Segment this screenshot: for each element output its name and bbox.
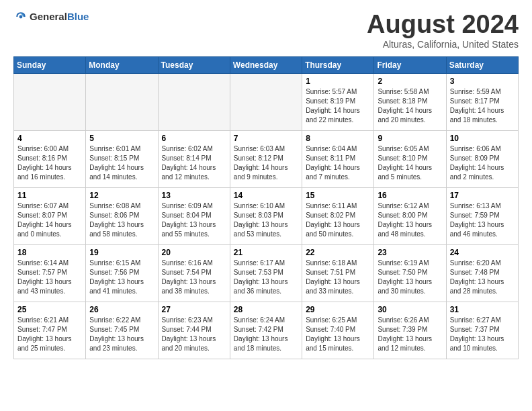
day-number: 3 [450, 77, 515, 86]
weekday-tuesday: Tuesday [158, 56, 230, 73]
calendar-cell: 22Sunrise: 6:18 AM Sunset: 7:51 PM Dayli… [302, 244, 374, 302]
weekday-monday: Monday [86, 56, 158, 73]
logo-general: General [30, 11, 67, 22]
day-info: Sunrise: 6:16 AM Sunset: 7:54 PM Dayligh… [162, 259, 226, 296]
day-number: 30 [378, 305, 442, 314]
day-info: Sunrise: 6:01 AM Sunset: 8:15 PM Dayligh… [89, 144, 154, 182]
svg-point-0 [19, 15, 23, 19]
day-number: 16 [378, 191, 442, 200]
day-number: 6 [162, 134, 226, 143]
day-info: Sunrise: 6:10 AM Sunset: 8:03 PM Dayligh… [234, 201, 298, 239]
day-number: 17 [450, 191, 515, 200]
day-info: Sunrise: 6:18 AM Sunset: 7:51 PM Dayligh… [306, 259, 370, 296]
day-info: Sunrise: 6:17 AM Sunset: 7:53 PM Dayligh… [234, 259, 298, 296]
calendar-cell: 29Sunrise: 6:25 AM Sunset: 7:40 PM Dayli… [302, 302, 374, 359]
header: GeneralBlue August 2024 Alturas, Califor… [13, 11, 519, 50]
calendar-cell: 7Sunrise: 6:03 AM Sunset: 8:12 PM Daylig… [230, 130, 302, 187]
calendar-cell [158, 73, 230, 130]
calendar-cell: 14Sunrise: 6:10 AM Sunset: 8:03 PM Dayli… [230, 187, 302, 244]
day-number: 13 [162, 191, 226, 200]
calendar-cell: 17Sunrise: 6:13 AM Sunset: 7:59 PM Dayli… [446, 187, 518, 244]
calendar-cell: 18Sunrise: 6:14 AM Sunset: 7:57 PM Dayli… [14, 244, 86, 302]
day-number: 20 [162, 248, 226, 257]
weekday-thursday: Thursday [302, 56, 374, 73]
calendar-cell: 21Sunrise: 6:17 AM Sunset: 7:53 PM Dayli… [230, 244, 302, 302]
day-number: 9 [378, 134, 442, 143]
calendar-cell: 27Sunrise: 6:23 AM Sunset: 7:44 PM Dayli… [158, 302, 230, 359]
day-info: Sunrise: 6:22 AM Sunset: 7:45 PM Dayligh… [89, 316, 154, 353]
day-info: Sunrise: 6:14 AM Sunset: 7:57 PM Dayligh… [17, 259, 82, 296]
day-number: 8 [306, 134, 370, 143]
weekday-friday: Friday [374, 56, 446, 73]
day-info: Sunrise: 6:02 AM Sunset: 8:14 PM Dayligh… [162, 144, 226, 182]
day-number: 1 [306, 77, 370, 86]
day-info: Sunrise: 6:19 AM Sunset: 7:50 PM Dayligh… [378, 259, 442, 296]
calendar-cell: 30Sunrise: 6:26 AM Sunset: 7:39 PM Dayli… [374, 302, 446, 359]
logo-icon [15, 11, 27, 23]
day-number: 5 [89, 134, 154, 143]
calendar-cell: 20Sunrise: 6:16 AM Sunset: 7:54 PM Dayli… [158, 244, 230, 302]
weekday-saturday: Saturday [446, 56, 518, 73]
day-number: 28 [234, 305, 298, 314]
month-title: August 2024 [367, 11, 519, 39]
day-number: 2 [378, 77, 442, 86]
calendar-cell: 31Sunrise: 6:27 AM Sunset: 7:37 PM Dayli… [446, 302, 518, 359]
day-number: 29 [306, 305, 370, 314]
day-number: 23 [378, 248, 442, 257]
week-row-3: 18Sunrise: 6:14 AM Sunset: 7:57 PM Dayli… [14, 244, 519, 302]
day-number: 14 [234, 191, 298, 200]
day-info: Sunrise: 5:59 AM Sunset: 8:17 PM Dayligh… [450, 87, 515, 125]
title-area: August 2024 Alturas, California, United … [367, 11, 519, 50]
day-number: 22 [306, 248, 370, 257]
day-number: 11 [17, 191, 82, 200]
calendar-cell: 15Sunrise: 6:11 AM Sunset: 8:02 PM Dayli… [302, 187, 374, 244]
calendar-cell: 24Sunrise: 6:20 AM Sunset: 7:48 PM Dayli… [446, 244, 518, 302]
day-info: Sunrise: 6:13 AM Sunset: 7:59 PM Dayligh… [450, 201, 515, 239]
day-info: Sunrise: 6:11 AM Sunset: 8:02 PM Dayligh… [306, 201, 370, 239]
week-row-2: 11Sunrise: 6:07 AM Sunset: 8:07 PM Dayli… [14, 187, 519, 244]
calendar-cell: 16Sunrise: 6:12 AM Sunset: 8:00 PM Dayli… [374, 187, 446, 244]
calendar-cell [230, 73, 302, 130]
day-info: Sunrise: 6:20 AM Sunset: 7:48 PM Dayligh… [450, 259, 515, 296]
day-number: 31 [450, 305, 515, 314]
calendar-cell: 5Sunrise: 6:01 AM Sunset: 8:15 PM Daylig… [86, 130, 158, 187]
day-number: 27 [162, 305, 226, 314]
day-info: Sunrise: 6:21 AM Sunset: 7:47 PM Dayligh… [17, 316, 82, 353]
logo: GeneralBlue [13, 11, 89, 23]
day-info: Sunrise: 6:03 AM Sunset: 8:12 PM Dayligh… [234, 144, 298, 182]
day-number: 18 [17, 248, 82, 257]
day-info: Sunrise: 6:26 AM Sunset: 7:39 PM Dayligh… [378, 316, 442, 353]
calendar-cell: 8Sunrise: 6:04 AM Sunset: 8:11 PM Daylig… [302, 130, 374, 187]
calendar-cell: 4Sunrise: 6:00 AM Sunset: 8:16 PM Daylig… [14, 130, 86, 187]
week-row-1: 4Sunrise: 6:00 AM Sunset: 8:16 PM Daylig… [14, 130, 519, 187]
calendar-cell: 3Sunrise: 5:59 AM Sunset: 8:17 PM Daylig… [446, 73, 518, 130]
day-number: 26 [89, 305, 154, 314]
weekday-header-row: SundayMondayTuesdayWednesdayThursdayFrid… [14, 56, 519, 73]
day-info: Sunrise: 6:23 AM Sunset: 7:44 PM Dayligh… [162, 316, 226, 353]
weekday-wednesday: Wednesday [230, 56, 302, 73]
day-info: Sunrise: 6:08 AM Sunset: 8:06 PM Dayligh… [89, 201, 154, 239]
calendar-cell: 1Sunrise: 5:57 AM Sunset: 8:19 PM Daylig… [302, 73, 374, 130]
day-info: Sunrise: 6:15 AM Sunset: 7:56 PM Dayligh… [89, 259, 154, 296]
day-info: Sunrise: 5:58 AM Sunset: 8:18 PM Dayligh… [378, 87, 442, 125]
day-number: 19 [89, 248, 154, 257]
day-number: 12 [89, 191, 154, 200]
calendar-cell: 6Sunrise: 6:02 AM Sunset: 8:14 PM Daylig… [158, 130, 230, 187]
day-info: Sunrise: 6:00 AM Sunset: 8:16 PM Dayligh… [17, 144, 82, 182]
calendar-cell: 26Sunrise: 6:22 AM Sunset: 7:45 PM Dayli… [86, 302, 158, 359]
day-info: Sunrise: 6:27 AM Sunset: 7:37 PM Dayligh… [450, 316, 515, 353]
calendar-cell: 10Sunrise: 6:06 AM Sunset: 8:09 PM Dayli… [446, 130, 518, 187]
day-info: Sunrise: 6:05 AM Sunset: 8:10 PM Dayligh… [378, 144, 442, 182]
day-info: Sunrise: 6:06 AM Sunset: 8:09 PM Dayligh… [450, 144, 515, 182]
day-info: Sunrise: 6:07 AM Sunset: 8:07 PM Dayligh… [17, 201, 82, 239]
logo-blue: Blue [67, 11, 89, 22]
calendar-cell: 23Sunrise: 6:19 AM Sunset: 7:50 PM Dayli… [374, 244, 446, 302]
calendar-cell: 19Sunrise: 6:15 AM Sunset: 7:56 PM Dayli… [86, 244, 158, 302]
page: GeneralBlue August 2024 Alturas, Califor… [0, 0, 532, 366]
weekday-sunday: Sunday [14, 56, 86, 73]
location-title: Alturas, California, United States [367, 39, 519, 50]
day-info: Sunrise: 5:57 AM Sunset: 8:19 PM Dayligh… [306, 87, 370, 125]
week-row-4: 25Sunrise: 6:21 AM Sunset: 7:47 PM Dayli… [14, 302, 519, 359]
day-number: 24 [450, 248, 515, 257]
day-number: 10 [450, 134, 515, 143]
